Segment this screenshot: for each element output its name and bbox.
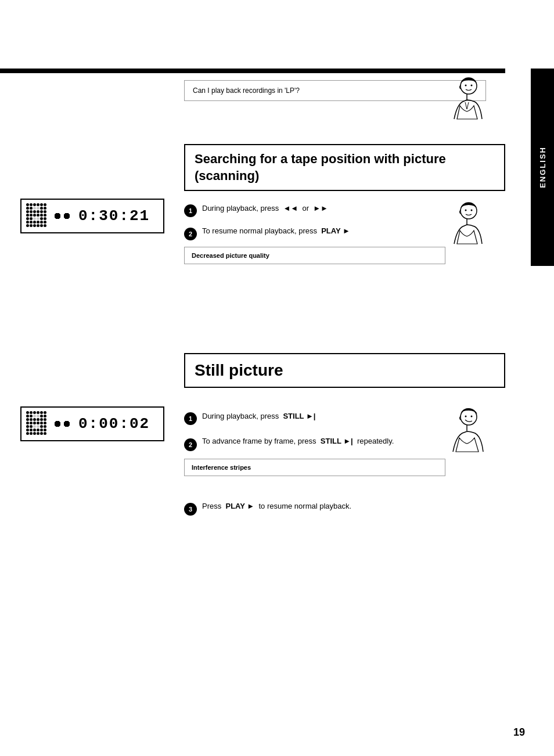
svg-point-2 xyxy=(471,85,473,87)
question-text: Can I play back recordings in 'LP'? xyxy=(193,87,477,95)
question-box: Can I play back recordings in 'LP'? xyxy=(184,80,486,101)
section2-heading-box: Still picture xyxy=(184,353,505,388)
step1-text-s1: During playback, press ◄◄ or ►► xyxy=(202,203,463,214)
language-label: ENGLISH xyxy=(538,146,547,188)
display-unit-2: ⏺⏺ 0:00:02 xyxy=(20,406,164,441)
svg-point-1 xyxy=(465,85,467,87)
cassette-icon-1: ⏺⏺ xyxy=(53,211,71,221)
section2-title: Still picture xyxy=(195,360,495,381)
svg-point-9 xyxy=(465,416,467,417)
page-number: 19 xyxy=(513,726,525,739)
step2-circle-s1: 2 xyxy=(184,228,197,240)
top-bar xyxy=(0,69,505,73)
display-dots-1 xyxy=(26,203,47,229)
note-text-s2: Interference stripes xyxy=(192,464,438,471)
step3-circle-s2: 3 xyxy=(184,503,197,516)
illustration-3 xyxy=(443,406,489,459)
step1-circle-s1: 1 xyxy=(184,204,197,217)
section1-heading-box: Searching for a tape position with pictu… xyxy=(184,144,505,191)
note-text-s1: Decreased picture quality xyxy=(192,252,438,259)
step2-text-s1: To resume normal playback, press PLAY ► xyxy=(202,225,463,237)
display-time-2: 0:00:02 xyxy=(78,415,150,433)
display-dots-2 xyxy=(26,411,47,437)
illustration-2 xyxy=(443,200,489,253)
cassette-icon-2: ⏺⏺ xyxy=(53,419,71,429)
step2-circle-s2: 2 xyxy=(184,438,197,451)
section1-title: Searching for a tape position with pictu… xyxy=(195,151,495,184)
step1-circle-s2: 1 xyxy=(184,412,197,425)
display-time-1: 0:30:21 xyxy=(78,207,150,225)
svg-point-6 xyxy=(471,210,473,211)
display-unit-1: ⏺⏺ 0:30:21 xyxy=(20,199,164,233)
sidebar-english: ENGLISH xyxy=(531,69,554,266)
illustration-1 xyxy=(443,75,489,128)
step2-text-s2: To advance frame by frame, press STILL ►… xyxy=(202,435,452,447)
step3-text-s2: Press PLAY ► to resume normal playback. xyxy=(202,501,452,512)
step1-text-s2: During playback, press STILL ►| xyxy=(202,411,452,422)
svg-point-10 xyxy=(471,416,473,417)
note-box-s2: Interference stripes xyxy=(184,459,445,476)
svg-point-5 xyxy=(465,210,467,211)
note-box-s1: Decreased picture quality xyxy=(184,247,445,264)
